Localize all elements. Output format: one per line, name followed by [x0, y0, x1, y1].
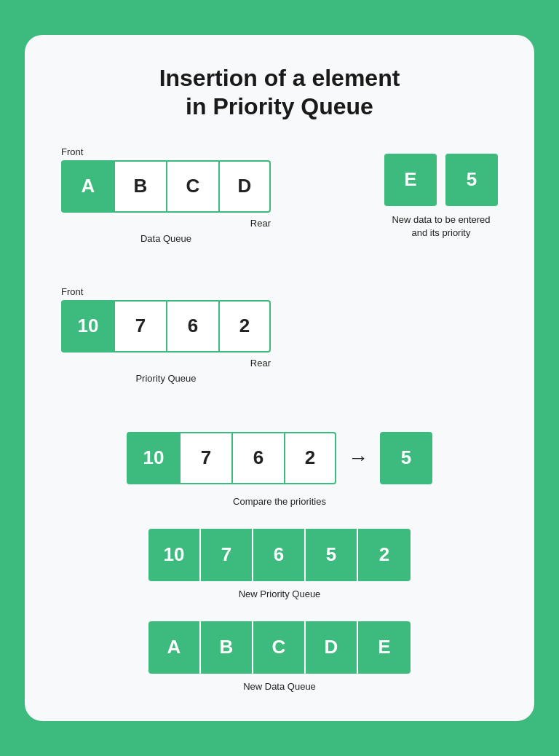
compare-cell-3: 2	[284, 432, 336, 484]
new-dq-cell-4: E	[358, 621, 411, 674]
data-queue-cell-0: A	[61, 160, 114, 213]
new-data-letter: E	[384, 154, 437, 206]
new-dq-cell-2: C	[253, 621, 306, 674]
new-data-queue-section: A B C D E New Data Queue	[61, 621, 498, 692]
new-data-priority: 5	[445, 154, 498, 206]
compare-priority-row: 10 7 6 2	[127, 432, 336, 484]
new-pq-cell-1: 7	[201, 529, 253, 581]
new-pq-label: New Priority Queue	[239, 588, 321, 599]
top-section: Front A B C D Rear Data Queue Front	[61, 146, 498, 406]
new-data-queue-row: A B C D E	[148, 621, 411, 674]
data-queue-front-label: Front	[61, 146, 271, 157]
page-title: Insertion of a elementin Priority Queue	[61, 64, 498, 120]
new-pq-cell-4: 2	[358, 529, 411, 581]
compare-label: Compare the priorities	[233, 496, 326, 507]
compare-cell-2: 6	[231, 432, 284, 484]
data-queue-cell-1: B	[114, 160, 166, 213]
data-queue-bottom-label: Data Queue	[61, 233, 271, 244]
compare-new-cell: 5	[380, 432, 432, 484]
data-queue-rear-label: Rear	[250, 218, 271, 229]
new-data-label: New data to be enteredand its priority	[392, 213, 490, 240]
data-queue-cell-2: C	[166, 160, 218, 213]
compare-section: 10 7 6 2 → 5 Compare the priorities	[61, 432, 498, 507]
compare-row: 10 7 6 2 → 5	[127, 432, 432, 484]
new-priority-queue-row: 10 7 6 5 2	[148, 529, 411, 581]
compare-cell-1: 7	[179, 432, 231, 484]
main-card: Insertion of a elementin Priority Queue …	[25, 35, 534, 721]
new-data-boxes: E 5	[384, 154, 498, 206]
new-dq-cell-1: B	[201, 621, 253, 674]
data-queue-cell-3: D	[218, 160, 271, 213]
priority-queue-row: 10 7 6 2	[61, 300, 271, 353]
new-dq-label: New Data Queue	[243, 681, 316, 692]
new-priority-queue-section: 10 7 6 5 2 New Priority Queue	[61, 529, 498, 599]
priority-queue-rear-label: Rear	[250, 358, 271, 369]
new-dq-cell-3: D	[306, 621, 358, 674]
priority-queue-cell-3: 2	[218, 300, 271, 353]
new-dq-cell-0: A	[148, 621, 201, 674]
compare-cell-0: 10	[127, 432, 179, 484]
priority-queue-section: Front 10 7 6 2 Rear Priority Queue	[61, 286, 271, 384]
data-queue-row: A B C D	[61, 160, 271, 213]
arrow-icon: →	[348, 446, 368, 470]
new-pq-cell-3: 5	[306, 529, 358, 581]
priority-queue-cell-0: 10	[61, 300, 114, 353]
queues-left: Front A B C D Rear Data Queue Front	[61, 146, 271, 406]
priority-queue-front-label: Front	[61, 286, 271, 297]
data-queue-section: Front A B C D Rear Data Queue	[61, 146, 271, 244]
new-pq-cell-2: 6	[253, 529, 306, 581]
priority-queue-bottom-label: Priority Queue	[61, 373, 271, 384]
data-queue-wrapper: A B C D Rear	[61, 160, 271, 213]
new-pq-cell-0: 10	[148, 529, 201, 581]
priority-queue-cell-2: 6	[166, 300, 218, 353]
priority-queue-wrapper: 10 7 6 2 Rear	[61, 300, 271, 353]
priority-queue-cell-1: 7	[114, 300, 166, 353]
new-data-section: E 5 New data to be enteredand its priori…	[384, 154, 498, 240]
